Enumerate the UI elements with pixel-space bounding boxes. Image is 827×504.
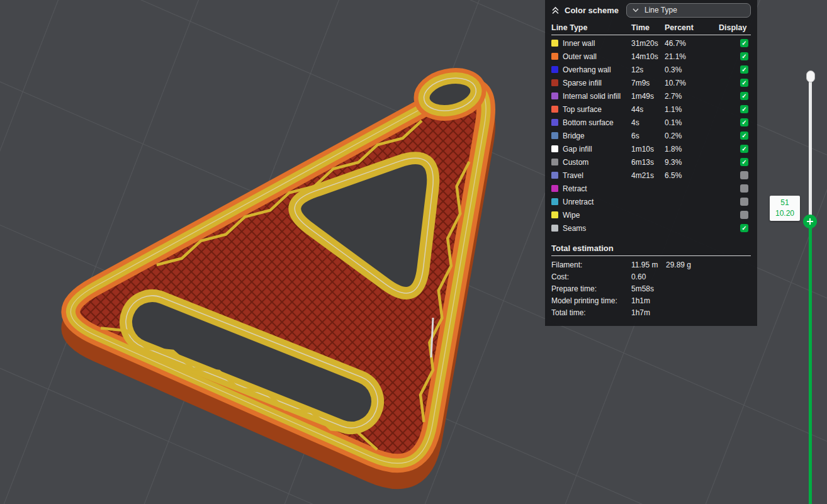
layer-number: 51 <box>780 198 789 208</box>
table-row: Wipe <box>551 208 751 221</box>
line-type-time: 6s <box>631 132 665 140</box>
color-scheme-panel: Color scheme Line Type Line Type Time Pe… <box>545 0 757 326</box>
model-oval-hole <box>421 74 480 115</box>
line-type-time: 7m9s <box>631 79 665 87</box>
display-checkbox[interactable] <box>740 158 748 166</box>
table-row: Internal solid infill 1m49s 2.7% <box>551 89 751 103</box>
table-row: Bottom surface 4s 0.1% <box>551 116 751 129</box>
line-type-swatch <box>551 119 558 126</box>
line-type-swatch <box>551 40 558 47</box>
line-type-time: 6m13s <box>631 158 665 167</box>
line-type-time: 4s <box>631 118 665 127</box>
table-row: Bridge 6s 0.2% <box>551 129 751 142</box>
total-value: 1h1m <box>631 296 666 305</box>
layer-slider-plus-button[interactable] <box>803 215 817 228</box>
display-checkbox[interactable] <box>740 105 748 113</box>
display-checkbox[interactable] <box>740 118 748 126</box>
line-type-label: Seams <box>563 224 586 233</box>
display-checkbox[interactable] <box>740 92 748 100</box>
line-type-swatch <box>551 53 558 60</box>
line-type-time: 31m20s <box>631 39 665 48</box>
table-row: Seams <box>551 221 751 235</box>
total-value: 11.95 m <box>631 260 666 269</box>
display-checkbox[interactable] <box>740 184 748 193</box>
line-type-swatch <box>551 79 558 86</box>
line-type-time: 44s <box>631 105 665 114</box>
display-checkbox[interactable] <box>740 65 748 74</box>
table-row: Outer wall 14m10s 21.1% <box>551 50 751 63</box>
total-row: Filament: 11.95 m 29.89 g <box>551 259 751 271</box>
display-checkbox[interactable] <box>740 52 748 60</box>
display-checkbox[interactable] <box>740 171 748 179</box>
line-type-percent: 1.1% <box>665 105 719 114</box>
line-type-table-body: Inner wall 31m20s 46.7% Outer wall 14m10… <box>551 36 751 235</box>
display-checkbox[interactable] <box>740 224 748 232</box>
view-type-dropdown[interactable]: Line Type <box>626 3 751 18</box>
line-type-percent: 9.3% <box>665 158 719 167</box>
line-type-swatch <box>551 185 558 192</box>
line-type-label: Unretract <box>563 198 594 206</box>
table-row: Unretract <box>551 195 751 208</box>
panel-title: Color scheme <box>565 6 619 15</box>
dropdown-value: Line Type <box>644 6 677 14</box>
line-type-label: Inner wall <box>563 39 595 48</box>
total-value: 1h7m <box>631 308 666 317</box>
line-type-percent: 46.7% <box>665 39 719 48</box>
line-type-percent: 6.5% <box>665 171 719 180</box>
total-label: Prepare time: <box>551 284 631 293</box>
display-checkbox[interactable] <box>740 132 748 140</box>
gcode-preview-model <box>0 0 554 504</box>
layer-slider-tooltip: 51 10.20 <box>770 196 800 221</box>
line-type-swatch <box>551 66 558 73</box>
line-type-time: 12s <box>631 65 665 74</box>
line-type-label: Internal solid infill <box>563 92 621 101</box>
total-label: Cost: <box>551 272 631 281</box>
table-row: Retract <box>551 182 751 195</box>
line-type-swatch <box>551 92 558 99</box>
col-time: Time <box>631 23 665 32</box>
total-label: Filament: <box>551 260 631 269</box>
total-estimation-title: Total estimation <box>551 241 751 256</box>
total-row: Prepare time: 5m58s <box>551 283 751 294</box>
line-type-percent: 0.1% <box>665 118 719 127</box>
layer-slider-top-handle[interactable] <box>806 70 815 82</box>
col-percent: Percent <box>665 23 719 32</box>
line-type-table-header: Line Type Time Percent Display <box>551 20 751 35</box>
table-row: Custom 6m13s 9.3% <box>551 155 751 169</box>
col-line-type: Line Type <box>551 23 631 32</box>
table-row: Top surface 44s 1.1% <box>551 103 751 116</box>
total-value-2: 29.89 g <box>666 260 751 269</box>
col-display: Display <box>719 23 751 32</box>
layer-height: 10.20 <box>775 208 794 219</box>
display-checkbox[interactable] <box>740 39 748 47</box>
display-checkbox[interactable] <box>740 145 748 153</box>
line-type-time: 1m49s <box>631 92 665 101</box>
display-checkbox[interactable] <box>740 211 748 219</box>
layer-slider-track-lower[interactable] <box>809 221 812 504</box>
layer-slider: 51 10.20 <box>770 0 827 504</box>
line-type-time: 1m10s <box>631 145 665 154</box>
chevron-down-icon <box>633 8 639 13</box>
line-type-percent: 10.7% <box>665 79 719 87</box>
total-row: Model printing time: 1h1m <box>551 294 751 306</box>
total-label: Model printing time: <box>551 296 631 305</box>
table-row: Sparse infill 7m9s 10.7% <box>551 76 751 89</box>
collapse-panel-icon[interactable] <box>551 6 560 14</box>
line-type-swatch <box>551 145 558 152</box>
table-row: Gap infill 1m10s 1.8% <box>551 142 751 155</box>
line-type-label: Top surface <box>563 105 602 114</box>
line-type-time: 14m10s <box>631 52 665 61</box>
line-type-swatch <box>551 198 558 205</box>
line-type-label: Retract <box>563 184 587 193</box>
line-type-percent: 2.7% <box>665 92 719 101</box>
line-type-swatch <box>551 172 558 179</box>
layer-slider-track-upper[interactable] <box>809 79 812 221</box>
line-type-label: Bridge <box>563 132 585 140</box>
display-checkbox[interactable] <box>740 198 748 206</box>
line-type-percent: 21.1% <box>665 52 719 61</box>
total-value: 5m58s <box>631 284 666 293</box>
display-checkbox[interactable] <box>740 79 748 87</box>
line-type-time: 4m21s <box>631 171 665 180</box>
line-type-swatch <box>551 225 558 232</box>
line-type-label: Outer wall <box>563 52 597 61</box>
